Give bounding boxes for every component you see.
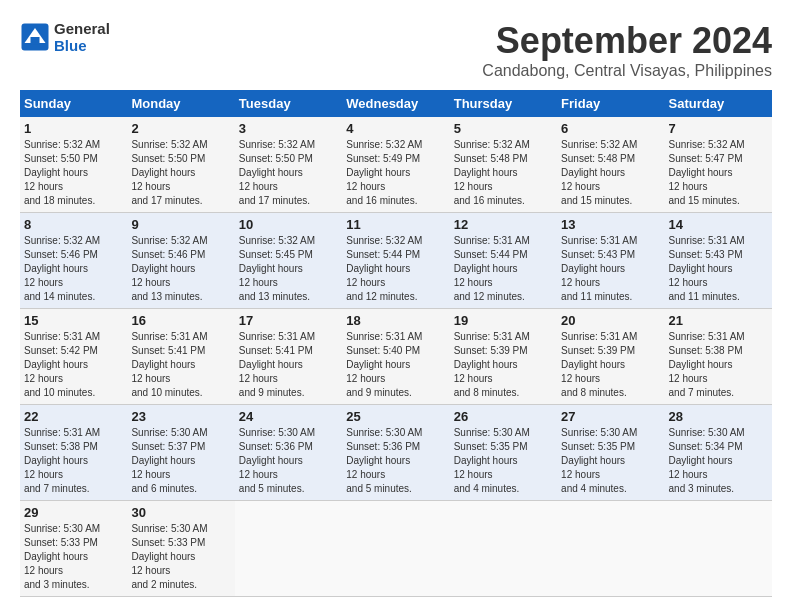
calendar-week-4: 22 Sunrise: 5:31 AMSunset: 5:38 PMDaylig… [20, 405, 772, 501]
calendar-cell: 21 Sunrise: 5:31 AMSunset: 5:38 PMDaylig… [665, 309, 772, 405]
calendar-cell: 6 Sunrise: 5:32 AMSunset: 5:48 PMDayligh… [557, 117, 664, 213]
title-section: September 2024 Candabong, Central Visaya… [482, 20, 772, 80]
calendar-cell: 15 Sunrise: 5:31 AMSunset: 5:42 PMDaylig… [20, 309, 127, 405]
column-header-thursday: Thursday [450, 90, 557, 117]
calendar-cell: 2 Sunrise: 5:32 AMSunset: 5:50 PMDayligh… [127, 117, 234, 213]
day-detail: Sunrise: 5:31 AMSunset: 5:43 PMDaylight … [669, 234, 768, 304]
calendar-cell [235, 501, 342, 597]
day-detail: Sunrise: 5:32 AMSunset: 5:45 PMDaylight … [239, 234, 338, 304]
day-number: 3 [239, 121, 338, 136]
calendar-cell: 18 Sunrise: 5:31 AMSunset: 5:40 PMDaylig… [342, 309, 449, 405]
calendar-week-5: 29 Sunrise: 5:30 AMSunset: 5:33 PMDaylig… [20, 501, 772, 597]
page-header: General Blue September 2024 Candabong, C… [20, 20, 772, 80]
day-number: 24 [239, 409, 338, 424]
day-number: 22 [24, 409, 123, 424]
day-detail: Sunrise: 5:32 AMSunset: 5:50 PMDaylight … [239, 138, 338, 208]
calendar-cell: 22 Sunrise: 5:31 AMSunset: 5:38 PMDaylig… [20, 405, 127, 501]
day-number: 7 [669, 121, 768, 136]
calendar-cell: 11 Sunrise: 5:32 AMSunset: 5:44 PMDaylig… [342, 213, 449, 309]
day-detail: Sunrise: 5:32 AMSunset: 5:46 PMDaylight … [24, 234, 123, 304]
column-header-wednesday: Wednesday [342, 90, 449, 117]
day-detail: Sunrise: 5:31 AMSunset: 5:38 PMDaylight … [24, 426, 123, 496]
calendar-cell: 8 Sunrise: 5:32 AMSunset: 5:46 PMDayligh… [20, 213, 127, 309]
day-detail: Sunrise: 5:32 AMSunset: 5:48 PMDaylight … [561, 138, 660, 208]
calendar-cell: 16 Sunrise: 5:31 AMSunset: 5:41 PMDaylig… [127, 309, 234, 405]
calendar-cell: 12 Sunrise: 5:31 AMSunset: 5:44 PMDaylig… [450, 213, 557, 309]
day-number: 23 [131, 409, 230, 424]
day-detail: Sunrise: 5:32 AMSunset: 5:44 PMDaylight … [346, 234, 445, 304]
day-number: 26 [454, 409, 553, 424]
calendar-cell: 25 Sunrise: 5:30 AMSunset: 5:36 PMDaylig… [342, 405, 449, 501]
day-number: 16 [131, 313, 230, 328]
day-detail: Sunrise: 5:30 AMSunset: 5:33 PMDaylight … [24, 522, 123, 592]
calendar-cell [342, 501, 449, 597]
day-detail: Sunrise: 5:32 AMSunset: 5:49 PMDaylight … [346, 138, 445, 208]
calendar-cell: 10 Sunrise: 5:32 AMSunset: 5:45 PMDaylig… [235, 213, 342, 309]
day-number: 11 [346, 217, 445, 232]
day-number: 12 [454, 217, 553, 232]
calendar-cell: 14 Sunrise: 5:31 AMSunset: 5:43 PMDaylig… [665, 213, 772, 309]
calendar-cell: 17 Sunrise: 5:31 AMSunset: 5:41 PMDaylig… [235, 309, 342, 405]
calendar-cell: 28 Sunrise: 5:30 AMSunset: 5:34 PMDaylig… [665, 405, 772, 501]
calendar-cell: 3 Sunrise: 5:32 AMSunset: 5:50 PMDayligh… [235, 117, 342, 213]
calendar-cell: 24 Sunrise: 5:30 AMSunset: 5:36 PMDaylig… [235, 405, 342, 501]
calendar-cell: 7 Sunrise: 5:32 AMSunset: 5:47 PMDayligh… [665, 117, 772, 213]
day-number: 30 [131, 505, 230, 520]
day-number: 17 [239, 313, 338, 328]
location-title: Candabong, Central Visayas, Philippines [482, 62, 772, 80]
calendar-cell: 13 Sunrise: 5:31 AMSunset: 5:43 PMDaylig… [557, 213, 664, 309]
day-detail: Sunrise: 5:30 AMSunset: 5:35 PMDaylight … [454, 426, 553, 496]
column-header-friday: Friday [557, 90, 664, 117]
day-detail: Sunrise: 5:30 AMSunset: 5:36 PMDaylight … [346, 426, 445, 496]
column-header-sunday: Sunday [20, 90, 127, 117]
calendar-cell: 30 Sunrise: 5:30 AMSunset: 5:33 PMDaylig… [127, 501, 234, 597]
calendar-table: SundayMondayTuesdayWednesdayThursdayFrid… [20, 90, 772, 597]
day-detail: Sunrise: 5:32 AMSunset: 5:50 PMDaylight … [131, 138, 230, 208]
day-detail: Sunrise: 5:31 AMSunset: 5:40 PMDaylight … [346, 330, 445, 400]
day-detail: Sunrise: 5:31 AMSunset: 5:39 PMDaylight … [561, 330, 660, 400]
day-number: 15 [24, 313, 123, 328]
calendar-cell: 26 Sunrise: 5:30 AMSunset: 5:35 PMDaylig… [450, 405, 557, 501]
calendar-cell: 5 Sunrise: 5:32 AMSunset: 5:48 PMDayligh… [450, 117, 557, 213]
day-number: 4 [346, 121, 445, 136]
calendar-cell: 4 Sunrise: 5:32 AMSunset: 5:49 PMDayligh… [342, 117, 449, 213]
day-number: 25 [346, 409, 445, 424]
column-header-saturday: Saturday [665, 90, 772, 117]
calendar-cell [450, 501, 557, 597]
day-number: 6 [561, 121, 660, 136]
calendar-cell: 19 Sunrise: 5:31 AMSunset: 5:39 PMDaylig… [450, 309, 557, 405]
day-number: 18 [346, 313, 445, 328]
day-number: 9 [131, 217, 230, 232]
day-detail: Sunrise: 5:31 AMSunset: 5:41 PMDaylight … [239, 330, 338, 400]
day-number: 29 [24, 505, 123, 520]
day-detail: Sunrise: 5:31 AMSunset: 5:39 PMDaylight … [454, 330, 553, 400]
calendar-cell: 20 Sunrise: 5:31 AMSunset: 5:39 PMDaylig… [557, 309, 664, 405]
day-detail: Sunrise: 5:32 AMSunset: 5:47 PMDaylight … [669, 138, 768, 208]
calendar-cell [665, 501, 772, 597]
month-title: September 2024 [482, 20, 772, 62]
day-detail: Sunrise: 5:31 AMSunset: 5:42 PMDaylight … [24, 330, 123, 400]
day-detail: Sunrise: 5:32 AMSunset: 5:48 PMDaylight … [454, 138, 553, 208]
day-detail: Sunrise: 5:31 AMSunset: 5:41 PMDaylight … [131, 330, 230, 400]
day-number: 27 [561, 409, 660, 424]
calendar-week-1: 1 Sunrise: 5:32 AMSunset: 5:50 PMDayligh… [20, 117, 772, 213]
day-detail: Sunrise: 5:31 AMSunset: 5:38 PMDaylight … [669, 330, 768, 400]
day-detail: Sunrise: 5:30 AMSunset: 5:35 PMDaylight … [561, 426, 660, 496]
day-number: 1 [24, 121, 123, 136]
day-number: 2 [131, 121, 230, 136]
day-number: 19 [454, 313, 553, 328]
day-detail: Sunrise: 5:31 AMSunset: 5:43 PMDaylight … [561, 234, 660, 304]
calendar-cell: 23 Sunrise: 5:30 AMSunset: 5:37 PMDaylig… [127, 405, 234, 501]
day-number: 8 [24, 217, 123, 232]
calendar-week-3: 15 Sunrise: 5:31 AMSunset: 5:42 PMDaylig… [20, 309, 772, 405]
day-number: 5 [454, 121, 553, 136]
day-number: 20 [561, 313, 660, 328]
logo-text: General Blue [54, 20, 110, 54]
calendar-cell: 29 Sunrise: 5:30 AMSunset: 5:33 PMDaylig… [20, 501, 127, 597]
day-number: 14 [669, 217, 768, 232]
day-number: 10 [239, 217, 338, 232]
day-detail: Sunrise: 5:30 AMSunset: 5:37 PMDaylight … [131, 426, 230, 496]
day-number: 13 [561, 217, 660, 232]
svg-rect-2 [31, 37, 40, 45]
calendar-header-row: SundayMondayTuesdayWednesdayThursdayFrid… [20, 90, 772, 117]
